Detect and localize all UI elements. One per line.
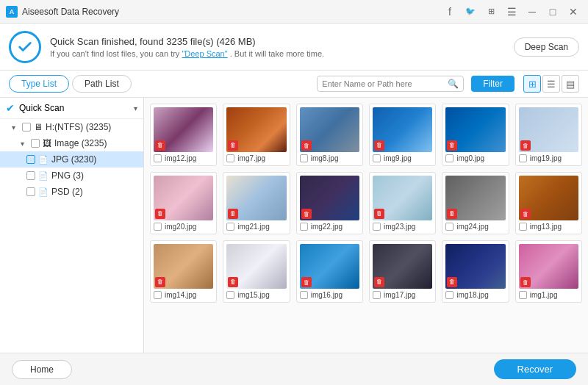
tree-item-psd[interactable]: 📄 PSD (2)	[0, 184, 143, 200]
view-buttons: ⊞ ☰ ▤	[523, 75, 579, 93]
image-cell: 🗑img9.jpg	[369, 104, 436, 166]
search-input[interactable]	[322, 79, 448, 88]
delete-icon[interactable]: 🗑	[301, 277, 312, 287]
image-thumbnail: 🗑	[300, 107, 359, 152]
delete-icon[interactable]: 🗑	[520, 277, 531, 287]
image-cell: 🗑img17.jpg	[369, 240, 436, 303]
image-cell: 🗑img18.jpg	[442, 240, 509, 303]
status-text-suffix: . But it will take more time.	[230, 49, 324, 58]
image-thumbnail: 🗑	[226, 107, 286, 152]
image-name: img21.jpg	[237, 223, 269, 231]
delete-icon[interactable]: 🗑	[374, 140, 384, 151]
twitter-icon[interactable]: 🐦	[462, 3, 479, 21]
image-cell: 🗑img22.jpg	[296, 172, 363, 234]
image-checkbox[interactable]	[154, 154, 162, 162]
image-grid: 🗑img12.jpg🗑img7.jpg🗑img8.jpg🗑img9.jpg🗑im…	[150, 104, 582, 303]
delete-icon[interactable]: 🗑	[447, 277, 457, 287]
image-checkbox[interactable]	[373, 223, 381, 231]
image-thumbnail: 🗑	[373, 176, 432, 220]
delete-icon[interactable]: 🗑	[155, 277, 165, 287]
recover-button[interactable]: Recover	[494, 359, 576, 379]
close-icon[interactable]: ✕	[564, 3, 582, 21]
home-button[interactable]: Home	[12, 360, 72, 379]
image-checkbox[interactable]	[445, 154, 453, 162]
delete-icon[interactable]: 🗑	[374, 209, 384, 219]
titlebar-left: A Aiseesoft Data Recovery	[6, 6, 119, 18]
delete-icon[interactable]: 🗑	[520, 209, 531, 219]
search-icon: 🔍	[448, 79, 459, 89]
quick-scan-left: ✔ Quick Scan	[6, 102, 64, 114]
image-name: img23.jpg	[384, 223, 415, 231]
delete-icon[interactable]: 🗑	[155, 209, 165, 219]
right-panel: 🗑img12.jpg🗑img7.jpg🗑img8.jpg🗑img9.jpg🗑im…	[144, 98, 588, 353]
image-name: img1.jpg	[530, 291, 558, 299]
tab-type-list[interactable]: Type List	[9, 75, 69, 93]
jpg-checkbox[interactable]	[26, 155, 35, 164]
search-box: 🔍	[317, 76, 464, 92]
image-checkbox[interactable]	[300, 291, 308, 299]
image-checkbox[interactable]	[31, 139, 40, 148]
delete-icon[interactable]: 🗑	[228, 140, 238, 151]
delete-icon[interactable]: 🗑	[301, 209, 312, 219]
list-view-button[interactable]: ☰	[542, 75, 560, 93]
image-cell: 🗑img13.jpg	[515, 172, 582, 234]
image-name: img14.jpg	[165, 291, 196, 299]
delete-icon[interactable]: 🗑	[447, 140, 457, 151]
image-folder-icon: 🖼	[43, 138, 51, 148]
tree-item-image[interactable]: ▾ 🖼 Image (3235)	[0, 135, 143, 151]
drive-checkbox[interactable]	[22, 123, 31, 132]
image-checkbox[interactable]	[373, 291, 381, 299]
delete-icon[interactable]: 🗑	[228, 277, 238, 287]
image-checkbox[interactable]	[226, 223, 234, 231]
menu-icon[interactable]: ☰	[503, 3, 520, 21]
share-icon[interactable]: ⊞	[482, 3, 500, 21]
png-checkbox[interactable]	[26, 171, 35, 180]
image-name: img17.jpg	[384, 291, 415, 299]
delete-icon[interactable]: 🗑	[301, 140, 312, 151]
deep-scan-button[interactable]: Deep Scan	[514, 37, 579, 57]
image-checkbox[interactable]	[154, 223, 162, 231]
psd-checkbox[interactable]	[26, 187, 35, 196]
titlebar: A Aiseesoft Data Recovery f 🐦 ⊞ ☰ ─ □ ✕	[0, 0, 588, 24]
delete-icon[interactable]: 🗑	[228, 209, 238, 219]
image-name: img18.jpg	[456, 291, 488, 299]
tab-path-list[interactable]: Path List	[72, 75, 132, 93]
image-checkbox[interactable]	[300, 154, 308, 162]
image-checkbox[interactable]	[445, 291, 453, 299]
minimize-icon[interactable]: ─	[523, 3, 541, 21]
jpg-label: JPG (3230)	[51, 154, 96, 165]
delete-icon[interactable]: 🗑	[155, 140, 165, 151]
filter-button[interactable]: Filter	[471, 76, 514, 92]
image-checkbox[interactable]	[300, 223, 308, 231]
delete-icon[interactable]: 🗑	[374, 277, 384, 287]
png-label: PNG (3)	[51, 170, 84, 181]
deep-scan-link[interactable]: "Deep Scan"	[182, 49, 227, 58]
tree-item-drive[interactable]: ▾ 🖥 H:(NTFS) (3235)	[0, 119, 143, 135]
quick-scan-row[interactable]: ✔ Quick Scan ▾	[0, 98, 143, 119]
grid-view-button[interactable]: ⊞	[523, 75, 541, 93]
image-checkbox[interactable]	[445, 223, 453, 231]
image-checkbox[interactable]	[226, 154, 234, 162]
image-checkbox[interactable]	[154, 291, 162, 299]
maximize-icon[interactable]: □	[544, 3, 562, 21]
facebook-icon[interactable]: f	[441, 3, 459, 21]
image-checkbox[interactable]	[226, 291, 234, 299]
tree-item-jpg[interactable]: 📄 JPG (3230)	[0, 151, 143, 168]
delete-icon[interactable]: 🗑	[520, 140, 531, 151]
quick-scan-label: Quick Scan	[19, 103, 64, 113]
image-thumbnail: 🗑	[373, 107, 432, 152]
image-checkbox[interactable]	[519, 154, 527, 162]
delete-icon[interactable]: 🗑	[447, 209, 457, 219]
image-cell: 🗑img12.jpg	[150, 104, 217, 166]
image-checkbox[interactable]	[373, 154, 381, 162]
tab-row: Type List Path List 🔍 Filter ⊞ ☰ ▤	[0, 71, 588, 98]
detail-view-button[interactable]: ▤	[562, 75, 579, 93]
image-thumbnail: 🗑	[226, 176, 286, 220]
tree-arrow-icon: ▾	[12, 123, 19, 132]
tree-item-png[interactable]: 📄 PNG (3)	[0, 168, 143, 184]
footer: Home Recover	[0, 353, 588, 385]
image-checkbox[interactable]	[519, 223, 527, 231]
image-name: img19.jpg	[530, 154, 562, 162]
image-checkbox[interactable]	[519, 291, 527, 299]
image-label: Image (3235)	[54, 138, 107, 148]
